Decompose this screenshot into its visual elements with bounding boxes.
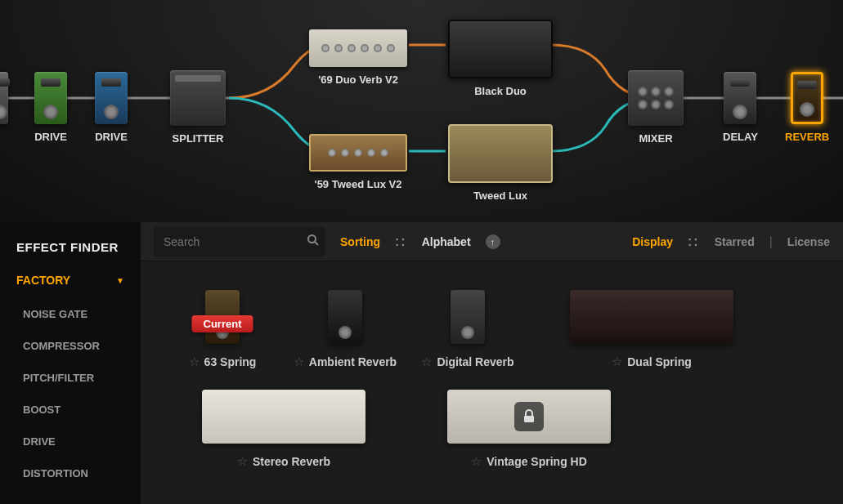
effect-dual-spring[interactable]: ☆ Dual Spring <box>533 286 770 369</box>
star-icon[interactable]: ☆ <box>421 355 432 369</box>
star-icon[interactable]: ☆ <box>294 355 304 369</box>
sidebar-item-drive[interactable]: DRIVE <box>0 426 141 457</box>
display-label: Display <box>632 235 673 248</box>
star-icon[interactable]: ☆ <box>471 454 482 469</box>
effect-63-spring[interactable]: Current ☆ 63 Spring <box>165 286 280 369</box>
sidebar-item-pitch-filter[interactable]: PITCH/FILTER <box>0 362 141 394</box>
toolbar: Sorting :: Alphabet ↑ Display :: Starred… <box>141 222 843 261</box>
star-icon[interactable]: ☆ <box>612 355 622 369</box>
effect-name: Vintage Spring HD <box>487 455 587 468</box>
effect-vintage-spring-hd[interactable]: ☆ Vintage Spring HD <box>410 386 648 469</box>
chain-drive-2-label: DRIVE <box>95 131 128 143</box>
chain-delay-label: DELAY <box>723 131 758 143</box>
sorting-value[interactable]: Alphabet <box>422 235 471 248</box>
chain-amp-top-label: '69 Duo Verb V2 <box>309 74 407 86</box>
current-badge: Current <box>192 315 253 332</box>
divider-icon: | <box>769 234 773 249</box>
effect-name: Dual Spring <box>627 355 692 368</box>
chain-cab-top[interactable]: Black Duo <box>448 20 553 97</box>
chain-amp-bot-label: '59 Tweed Lux V2 <box>309 178 407 190</box>
display-separator-icon: :: <box>688 234 700 249</box>
lock-icon <box>514 402 544 431</box>
effect-name: 63 Spring <box>204 355 257 368</box>
chain-amp-top[interactable]: '69 Duo Verb V2 <box>309 29 407 86</box>
svg-point-0 <box>308 235 316 243</box>
svg-line-1 <box>315 242 318 245</box>
star-icon[interactable]: ☆ <box>237 454 248 469</box>
chain-cab-bot-label: Tweed Lux <box>448 190 553 202</box>
sidebar: EFFECT FINDER FACTORY ▼ NOISE GATE COMPR… <box>0 222 141 504</box>
sidebar-item-distortion[interactable]: DISTORTION <box>0 457 141 489</box>
search-icon <box>307 234 320 250</box>
search-input[interactable] <box>164 235 307 248</box>
chain-input[interactable] <box>0 72 8 124</box>
display-license[interactable]: License <box>787 235 830 248</box>
sidebar-item-compressor[interactable]: COMPRESSOR <box>0 330 141 362</box>
chain-drive-1[interactable]: DRIVE <box>34 72 67 143</box>
star-icon[interactable]: ☆ <box>189 355 200 369</box>
effect-finder-panel: EFFECT FINDER FACTORY ▼ NOISE GATE COMPR… <box>0 222 843 504</box>
sidebar-item-noise-gate[interactable]: NOISE GATE <box>0 298 141 330</box>
chain-cab-top-label: Black Duo <box>448 85 553 97</box>
chain-reverb[interactable]: REVERB <box>785 72 829 143</box>
sidebar-section-label: FACTORY <box>16 274 70 287</box>
effects-grid: Current ☆ 63 Spring ☆ Ambient Reverb ☆ <box>141 261 843 504</box>
sidebar-title: EFFECT FINDER <box>0 222 141 274</box>
chain-amp-bot[interactable]: '59 Tweed Lux V2 <box>309 134 407 190</box>
content-area: Sorting :: Alphabet ↑ Display :: Starred… <box>141 222 843 504</box>
effect-digital-reverb[interactable]: ☆ Digital Reverb <box>410 286 525 369</box>
sidebar-section-factory[interactable]: FACTORY ▼ <box>0 274 141 298</box>
effect-name: Ambient Reverb <box>309 355 397 368</box>
chain-drive-2[interactable]: DRIVE <box>95 72 128 143</box>
effect-name: Digital Reverb <box>437 355 513 368</box>
sorting-label: Sorting <box>340 235 380 248</box>
chain-mixer[interactable]: MIXER <box>628 70 684 145</box>
search-box[interactable] <box>154 227 325 256</box>
chain-delay[interactable]: DELAY <box>723 72 758 143</box>
chain-reverb-label: REVERB <box>785 131 829 143</box>
svg-rect-2 <box>524 416 534 422</box>
sort-direction-button[interactable]: ↑ <box>486 234 500 249</box>
signal-chain: DRIVE DRIVE SPLITTER '69 Duo Verb V2 Bla… <box>0 0 843 222</box>
chain-mixer-label: MIXER <box>628 132 684 145</box>
chain-drive-1-label: DRIVE <box>34 131 67 143</box>
sidebar-item-boost[interactable]: BOOST <box>0 394 141 426</box>
chevron-down-icon: ▼ <box>116 276 124 285</box>
chain-splitter[interactable]: SPLITTER <box>170 70 226 145</box>
effect-name: Stereo Reverb <box>253 455 330 468</box>
sorting-separator-icon: :: <box>395 234 407 249</box>
display-starred[interactable]: Starred <box>715 235 755 248</box>
effect-stereo-reverb[interactable]: ☆ Stereo Reverb <box>165 386 402 469</box>
effect-ambient-reverb[interactable]: ☆ Ambient Reverb <box>288 286 402 369</box>
chain-cab-bot[interactable]: Tweed Lux <box>448 124 553 202</box>
chain-splitter-label: SPLITTER <box>170 132 226 145</box>
